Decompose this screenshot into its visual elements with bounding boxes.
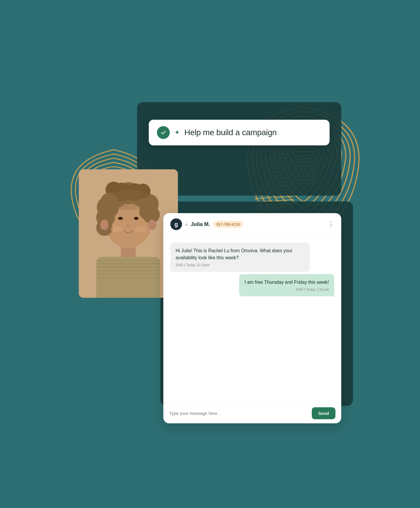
- message-left-text: Hi Julia! This is Rachel Lu from Omniva.…: [176, 247, 304, 261]
- svg-point-67: [135, 226, 146, 233]
- sparkle-icon: ✦: [174, 129, 180, 136]
- message-right: I am free Thursday and Friday this week!…: [239, 274, 334, 296]
- svg-line-33: [275, 196, 293, 197]
- more-icon[interactable]: ⋮: [328, 220, 334, 228]
- back-arrow[interactable]: ‹: [186, 221, 187, 227]
- svg-point-65: [106, 190, 151, 210]
- chat-input-area: Send: [163, 403, 341, 423]
- svg-rect-41: [96, 263, 160, 264]
- chat-messages: Hi Julia! This is Rachel Lu from Omniva.…: [163, 236, 341, 403]
- svg-point-63: [100, 220, 108, 230]
- campaign-text: Help me build a campaign: [184, 128, 277, 137]
- svg-point-64: [148, 220, 156, 230]
- person-photo: [79, 169, 178, 298]
- svg-line-25: [255, 197, 272, 199]
- svg-rect-44: [96, 274, 160, 275]
- message-left: Hi Julia! This is Rachel Lu from Omniva.…: [170, 243, 310, 272]
- send-button[interactable]: Send: [312, 407, 335, 419]
- campaign-card: ✦ Help me build a campaign: [149, 120, 330, 145]
- svg-point-66: [110, 226, 122, 233]
- svg-rect-40: [96, 260, 160, 261]
- chat-input[interactable]: [169, 411, 308, 416]
- svg-rect-43: [96, 270, 160, 271]
- message-right-meta: SMS | Today 1:23 pm: [244, 288, 329, 292]
- check-icon: [157, 126, 170, 139]
- svg-point-48: [134, 217, 139, 220]
- phone-badge: 917-780-4130: [214, 221, 243, 228]
- svg-rect-42: [96, 267, 160, 268]
- svg-point-47: [118, 217, 123, 220]
- contact-name: Julia M.: [191, 221, 210, 227]
- svg-line-34: [275, 200, 293, 201]
- chat-card: g ‹ Julia M. 917-780-4130 ⋮ Hi Julia! Th…: [163, 213, 341, 423]
- svg-rect-45: [96, 277, 160, 278]
- chat-header: g ‹ Julia M. 917-780-4130 ⋮: [163, 213, 341, 236]
- chat-logo: g: [170, 218, 182, 230]
- message-right-text: I am free Thursday and Friday this week!: [244, 279, 329, 286]
- message-left-meta: SMS | Today 12:20pm: [176, 263, 304, 267]
